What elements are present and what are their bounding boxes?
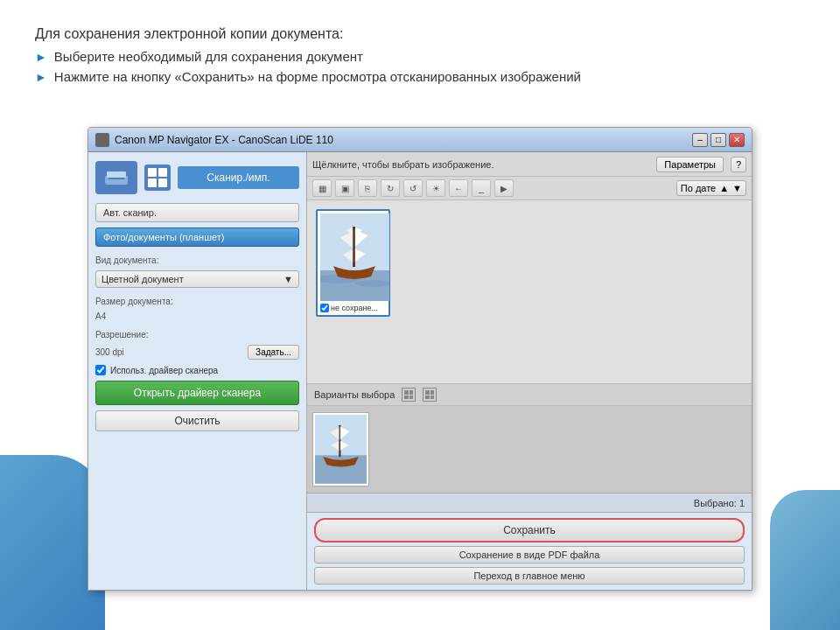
toolbar-hint: Щёлкните, чтобы выбрать изображение.	[312, 159, 494, 170]
tool-rotate2-icon[interactable]: ↺	[403, 179, 423, 197]
tool-rotate-icon[interactable]: ↻	[381, 179, 400, 197]
tool-select-icon[interactable]: ▣	[335, 179, 354, 197]
thumbnails-area[interactable]: не сохране...	[307, 200, 752, 383]
thumbnail-label: не сохране...	[320, 304, 386, 312]
home-button[interactable]: Переход в главное меню	[314, 567, 745, 584]
chevron-down-icon: ▼	[284, 274, 293, 284]
variants-label: Варианты выбора	[314, 389, 395, 400]
thumbnail-image	[320, 214, 389, 301]
tool-photo-icon[interactable]: ▶	[494, 179, 514, 197]
window-controls: – □ ✕	[692, 133, 745, 147]
close-button[interactable]: ✕	[729, 133, 745, 147]
bullet-arrow-2: ►	[35, 70, 47, 84]
grid-icon	[144, 164, 171, 191]
tool-image-icon[interactable]: ☀	[426, 179, 445, 197]
svg-point-7	[355, 280, 389, 287]
scan-label-button[interactable]: Сканир./имп.	[178, 166, 299, 189]
bottom-thumbnails-strip	[307, 405, 752, 493]
size-value: A4	[95, 312, 106, 321]
bottom-thumbnail-image	[315, 415, 367, 484]
sort-dropdown[interactable]: По дате ▲ ▼	[676, 180, 746, 196]
window-title: Canon MP Navigator EX - CanoScan LiDE 11…	[115, 134, 692, 146]
sort-label: По дате	[681, 183, 716, 193]
tool-grid-icon[interactable]: ▦	[312, 179, 332, 197]
doc-type-value: Цветной документ	[102, 274, 184, 284]
minimize-button[interactable]: –	[692, 133, 708, 147]
left-panel: Сканир./имп. Авт. сканир. Фото/документы…	[88, 152, 307, 590]
content-area: Для сохранения электронной копии докумен…	[0, 0, 840, 107]
size-label: Размер документа:	[95, 297, 299, 306]
thumbnail-text: не сохране...	[331, 304, 378, 312]
status-bar: Выбрано: 1	[307, 493, 752, 512]
bottom-thumbnail-item[interactable]	[312, 412, 369, 486]
doc-type-label: Вид документа:	[95, 256, 299, 265]
maximize-button[interactable]: □	[710, 133, 726, 147]
svg-rect-8	[353, 227, 355, 267]
thumbnail-item[interactable]: не сохране...	[316, 209, 390, 317]
resolution-row: 300 dpi Задать...	[95, 345, 299, 360]
auto-scan-button[interactable]: Авт. сканир.	[95, 203, 299, 222]
save-button[interactable]: Сохранить	[314, 518, 745, 542]
svg-rect-10	[315, 455, 367, 483]
doc-type-dropdown[interactable]: Цветной документ ▼	[95, 270, 299, 288]
size-row: A4	[95, 312, 299, 321]
instruction-heading: Для сохранения электронной копии докумен…	[35, 26, 805, 42]
tool-line-icon[interactable]: ⎯	[472, 179, 491, 197]
right-toolbar2: ▦ ▣ ⎘ ↻ ↺ ☀ ← ⎯ ▶ По дате ▲ ▼	[307, 177, 752, 200]
params-button[interactable]: Параметры	[656, 157, 724, 172]
bg-decoration-right	[770, 490, 840, 630]
variant-grid-icon	[402, 388, 416, 402]
sort-expand-icon: ▼	[732, 183, 742, 193]
svg-rect-1	[107, 172, 126, 178]
scanner-icon	[95, 161, 137, 194]
toolbar-right-area: Параметры ?	[656, 157, 746, 172]
app-window: Canon MP Navigator EX - CanoScan LiDE 11…	[88, 127, 752, 591]
app-icon	[95, 133, 109, 147]
variants-bar: Варианты выбора	[307, 383, 752, 405]
zadать-button[interactable]: Задать...	[248, 345, 299, 360]
svg-rect-2	[108, 178, 124, 179]
use-driver-checkbox[interactable]	[95, 365, 106, 375]
use-driver-label: Использ. драйвер сканера	[110, 366, 218, 375]
thumbnail-checkbox[interactable]	[320, 304, 329, 312]
bullet-text-1: Выберите необходимый для сохранения доку…	[54, 49, 363, 64]
window-body: Сканир./имп. Авт. сканир. Фото/документы…	[88, 152, 752, 590]
bullet-text-2: Нажмите на кнопку «Сохранить» на форме п…	[54, 69, 581, 84]
right-toolbar: Щёлкните, чтобы выбрать изображение. Пар…	[307, 152, 752, 177]
clear-button[interactable]: Очистить	[95, 410, 299, 431]
bottom-buttons-area: Сохранить Сохранение в виде PDF файла Пе…	[307, 512, 752, 590]
tool-copy-icon[interactable]: ⎘	[358, 179, 377, 197]
selected-count: Выбрано: 1	[694, 498, 745, 508]
bullet-arrow-1: ►	[35, 50, 47, 64]
title-bar: Canon MP Navigator EX - CanoScan LiDE 11…	[88, 128, 752, 152]
help-button[interactable]: ?	[731, 157, 746, 172]
resolution-label: Разрешение:	[95, 330, 299, 340]
photo-docs-button[interactable]: Фото/документы (планшет)	[95, 228, 299, 247]
bullet-item-1: ► Выберите необходимый для сохранения до…	[35, 49, 805, 64]
tool-arrow-icon[interactable]: ←	[449, 179, 468, 197]
right-panel: Щёлкните, чтобы выбрать изображение. Пар…	[307, 152, 752, 590]
save-pdf-button[interactable]: Сохранение в виде PDF файла	[314, 546, 745, 564]
scanner-icon-area: Сканир./имп.	[95, 161, 299, 194]
use-driver-row: Использ. драйвер сканера	[95, 365, 299, 375]
sort-arrow-up-icon: ▲	[719, 183, 729, 193]
resolution-value: 300 dpi	[95, 347, 124, 357]
bullet-item-2: ► Нажмите на кнопку «Сохранить» на форме…	[35, 69, 805, 84]
open-driver-button[interactable]: Открыть драйвер сканера	[95, 381, 299, 405]
variant-list-icon	[423, 388, 437, 402]
